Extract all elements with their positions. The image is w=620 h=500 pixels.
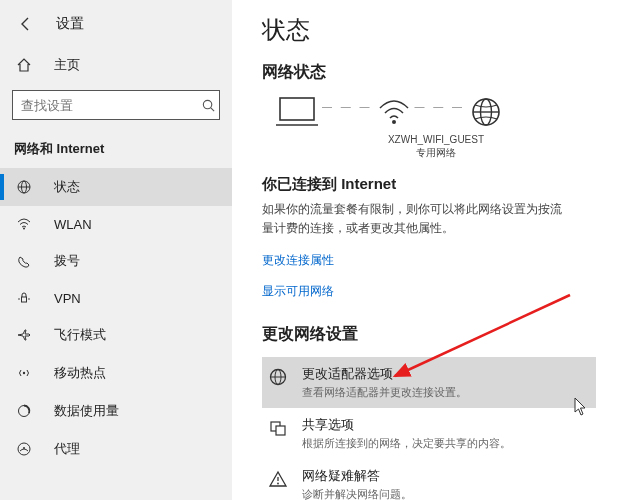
- page-title: 状态: [262, 14, 596, 46]
- nav-dialup[interactable]: 拨号: [0, 242, 232, 280]
- connection-line: — — —: [322, 101, 373, 112]
- nav-label: 拨号: [54, 252, 80, 270]
- wifi-diagram-icon: [377, 97, 411, 127]
- home-icon: [14, 57, 34, 73]
- back-button[interactable]: [14, 12, 38, 36]
- svg-point-5: [23, 228, 25, 230]
- nav-vpn[interactable]: VPN: [0, 280, 232, 316]
- window-title: 设置: [56, 15, 84, 33]
- sharing-options-row[interactable]: 共享选项 根据所连接到的网络，决定要共享的内容。: [262, 408, 596, 459]
- proxy-icon: [14, 441, 34, 457]
- home-link[interactable]: 主页: [0, 50, 232, 80]
- change-connection-props-link[interactable]: 更改连接属性: [262, 252, 596, 269]
- network-diagram: — — — — — —: [276, 95, 596, 129]
- svg-point-0: [203, 100, 211, 108]
- nav-status[interactable]: 状态: [0, 168, 232, 206]
- main-content: 状态 网络状态 — — — — — — XZWH_WIFI_GUEST 专用网络…: [232, 0, 620, 500]
- nav-data-usage[interactable]: 数据使用量: [0, 392, 232, 430]
- svg-point-25: [277, 483, 279, 485]
- nav-label: 代理: [54, 440, 80, 458]
- change-settings-heading: 更改网络设置: [262, 324, 596, 345]
- nav-label: 状态: [54, 178, 80, 196]
- sharing-icon: [264, 418, 292, 438]
- search-icon: [197, 98, 219, 113]
- connection-name: XZWH_WIFI_GUEST 专用网络: [276, 133, 596, 159]
- globe-icon: [14, 179, 34, 195]
- dialup-icon: [14, 253, 34, 269]
- nav-label: 移动热点: [54, 364, 106, 382]
- svg-rect-13: [280, 98, 314, 120]
- svg-point-9: [23, 372, 25, 374]
- troubleshoot-icon: [264, 469, 292, 489]
- show-available-networks-link[interactable]: 显示可用网络: [262, 283, 596, 300]
- svg-point-8: [28, 298, 30, 300]
- airplane-icon: [14, 327, 34, 343]
- svg-line-1: [210, 107, 213, 110]
- option-title: 更改适配器选项: [302, 365, 467, 383]
- category-header: 网络和 Internet: [0, 132, 232, 168]
- option-title: 网络疑难解答: [302, 467, 412, 485]
- nav-label: VPN: [54, 291, 81, 306]
- sidebar: 设置 主页 网络和 Internet 状态 WLAN 拨号 VPN 飞行模式 移…: [0, 0, 232, 500]
- globe-diagram-icon: [469, 95, 503, 129]
- adapter-options-row[interactable]: 更改适配器选项 查看网络适配器并更改连接设置。: [262, 357, 596, 408]
- option-desc: 查看网络适配器并更改连接设置。: [302, 385, 467, 400]
- wifi-icon: [14, 216, 34, 232]
- connected-heading: 你已连接到 Internet: [262, 175, 596, 194]
- svg-rect-23: [276, 426, 285, 435]
- hotspot-icon: [14, 365, 34, 381]
- vpn-icon: [14, 290, 34, 306]
- pc-icon: [276, 95, 318, 129]
- adapter-icon: [264, 367, 292, 387]
- svg-point-12: [23, 447, 25, 449]
- svg-point-7: [18, 298, 20, 300]
- connected-desc: 如果你的流量套餐有限制，则你可以将此网络设置为按流量计费的连接，或者更改其他属性…: [262, 200, 572, 238]
- data-usage-icon: [14, 403, 34, 419]
- nav-label: 飞行模式: [54, 326, 106, 344]
- option-desc: 诊断并解决网络问题。: [302, 487, 412, 500]
- option-desc: 根据所连接到的网络，决定要共享的内容。: [302, 436, 511, 451]
- nav-label: WLAN: [54, 217, 92, 232]
- search-box[interactable]: [12, 90, 220, 120]
- svg-point-15: [392, 120, 396, 124]
- nav-proxy[interactable]: 代理: [0, 430, 232, 468]
- nav-label: 数据使用量: [54, 402, 119, 420]
- nav-hotspot[interactable]: 移动热点: [0, 354, 232, 392]
- home-label: 主页: [54, 56, 80, 74]
- svg-rect-6: [22, 297, 27, 302]
- search-input[interactable]: [13, 98, 197, 113]
- option-title: 共享选项: [302, 416, 511, 434]
- nav-airplane[interactable]: 飞行模式: [0, 316, 232, 354]
- nav-wlan[interactable]: WLAN: [0, 206, 232, 242]
- troubleshoot-row[interactable]: 网络疑难解答 诊断并解决网络问题。: [262, 459, 596, 500]
- network-status-heading: 网络状态: [262, 62, 596, 83]
- connection-line: — — —: [415, 101, 466, 112]
